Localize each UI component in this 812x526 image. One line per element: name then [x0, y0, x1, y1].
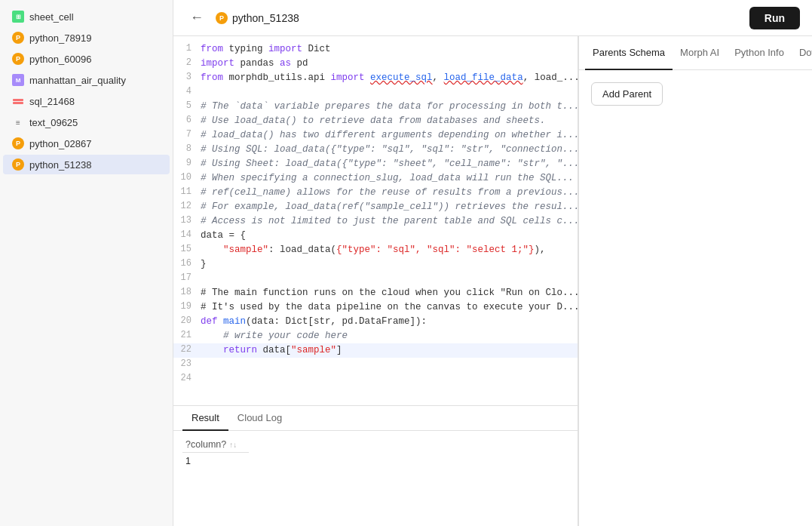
keyword: import — [331, 72, 365, 83]
line-number: 7 — [173, 128, 201, 140]
topbar: ← P python_51238 Run — [173, 0, 812, 36]
sidebar-item-text_09625[interactable]: ≡ text_09625 — [3, 112, 170, 132]
result-pane: ResultCloud Log ?column?↑↓ 1 — [173, 405, 578, 526]
sidebar-item-label: python_51238 — [29, 159, 91, 171]
comment: # Use load_data() to retrieve data from … — [201, 115, 546, 126]
line-content: # Using SQL: load_data({"type": "sql", "… — [201, 143, 578, 157]
line-content: # The main function runs on the cloud wh… — [201, 286, 578, 300]
result-tab-cloud-log[interactable]: Cloud Log — [228, 406, 291, 431]
table-cell: 1 — [182, 453, 249, 470]
sidebar-icon-sheet: ⊞ — [12, 11, 24, 23]
sidebar-item-python_51238[interactable]: P python_51238 — [3, 155, 170, 174]
sidebar-item-python_02867[interactable]: P python_02867 — [3, 134, 170, 153]
function-ref: load_file_data — [444, 72, 523, 83]
line-content: } — [201, 257, 578, 272]
result-content: ?column?↑↓ 1 — [173, 431, 578, 526]
sidebar-item-label: sheet_cell — [29, 11, 74, 23]
function-name: main — [223, 316, 246, 327]
function-ref: execute_sql — [370, 72, 433, 83]
right-tab-python-info[interactable]: Python Info — [727, 36, 792, 70]
sidebar-item-sql_21468[interactable]: sql_21468 — [3, 91, 170, 111]
code-line-13: 13# Access is not limited to just the pa… — [173, 214, 578, 229]
sidebar: ⊞ sheet_cell P python_78919 P python_600… — [0, 0, 173, 526]
comment: # When specifying a connection_slug, loa… — [201, 173, 574, 183]
line-number: 20 — [173, 315, 201, 326]
line-number: 12 — [173, 200, 201, 211]
string: "sample" — [223, 245, 268, 255]
main-area: ← P python_51238 Run 1from typing import… — [173, 0, 812, 526]
line-number: 18 — [173, 286, 201, 297]
code-line-6: 6# Use load_data() to retrieve data from… — [173, 114, 578, 128]
line-number: 13 — [173, 214, 201, 226]
keyword: from — [201, 72, 223, 83]
line-content: from morphdb_utils.api import execute_sq… — [201, 71, 578, 85]
sidebar-icon-text: ≡ — [12, 116, 24, 128]
text-icon: ≡ — [12, 116, 24, 128]
line-number: 21 — [173, 329, 201, 340]
code-line-16: 16} — [173, 257, 578, 272]
sidebar-icon-python: P — [12, 53, 24, 65]
comment: # load_data() has two different argument… — [201, 130, 578, 140]
comment: # The `data` variable prepares the data … — [201, 101, 578, 112]
code-line-20: 20def main(data: Dict[str, pd.DataFrame]… — [173, 315, 578, 329]
keyword: from — [201, 44, 223, 54]
line-number: 17 — [173, 272, 201, 283]
line-number: 22 — [173, 343, 201, 355]
right-tab-morph-ai[interactable]: Morph AI — [673, 36, 727, 70]
back-button[interactable]: ← — [185, 8, 208, 27]
code-line-19: 19# It's used by the data pipeline on th… — [173, 300, 578, 315]
result-tabs: ResultCloud Log — [173, 406, 578, 431]
sidebar-icon-mh: M — [12, 74, 24, 86]
line-content: # When specifying a connection_slug, loa… — [201, 171, 578, 186]
sidebar-item-label: sql_21468 — [29, 96, 75, 107]
code-line-14: 14data = { — [173, 229, 578, 243]
code-line-24: 24 — [173, 372, 578, 386]
sidebar-item-sheet_cell[interactable]: ⊞ sheet_cell — [3, 7, 170, 26]
line-number: 3 — [173, 71, 201, 82]
sheet-icon: ⊞ — [12, 11, 24, 23]
keyword: as — [280, 58, 291, 69]
sidebar-item-python_78919[interactable]: P python_78919 — [3, 28, 170, 48]
line-content: # load_data() has two different argument… — [201, 128, 578, 143]
line-content: # Access is not limited to just the pare… — [201, 214, 578, 229]
string: "sample" — [291, 345, 336, 355]
right-tab-parents-schema[interactable]: Parents Schema — [585, 36, 673, 70]
line-content: "sample": load_data({"type": "sql", "sql… — [201, 243, 573, 257]
sidebar-icon-db — [12, 95, 24, 107]
python-icon: P — [12, 53, 24, 65]
sidebar-item-manhattan_air_quality[interactable]: M manhattan_air_quality — [3, 70, 170, 90]
add-parent-button[interactable]: Add Parent — [591, 82, 663, 106]
editor-pane: 1from typing import Dict2import pandas a… — [173, 36, 578, 526]
line-content: return data["sample"] — [201, 343, 578, 358]
code-editor[interactable]: 1from typing import Dict2import pandas a… — [173, 36, 578, 405]
sidebar-item-label: python_02867 — [29, 138, 91, 149]
comment: # Using Sheet: load_data({"type": "sheet… — [201, 158, 578, 169]
line-content: # Use load_data() to retrieve data from … — [201, 114, 578, 128]
line-content: from typing import Dict — [201, 42, 578, 57]
code-line-1: 1from typing import Dict — [173, 42, 578, 57]
line-number: 8 — [173, 143, 201, 154]
result-tab-result[interactable]: Result — [182, 406, 228, 431]
sort-icon[interactable]: ↑↓ — [229, 441, 237, 449]
line-content: # Using Sheet: load_data({"type": "sheet… — [201, 157, 578, 171]
code-line-12: 12# For example, load_data(ref("sample_c… — [173, 200, 578, 214]
code-line-15: 15 "sample": load_data({"type": "sql", "… — [173, 243, 578, 257]
python-icon: P — [216, 12, 228, 24]
line-content: def main(data: Dict[str, pd.DataFrame]): — [201, 315, 578, 329]
run-button[interactable]: Run — [749, 7, 800, 29]
cell-name-label: python_51238 — [232, 12, 299, 24]
line-number: 16 — [173, 257, 201, 269]
sidebar-icon-python: P — [12, 158, 24, 171]
right-panel: Parents SchemaMorph AIPython InfoDownloa… — [578, 36, 812, 526]
sidebar-item-python_60096[interactable]: P python_60096 — [3, 49, 170, 69]
code-line-4: 4 — [173, 85, 578, 100]
python-icon: P — [12, 158, 24, 171]
keyword: return — [223, 345, 257, 355]
table-row: 1 — [182, 453, 249, 470]
right-tab-download[interactable]: Download — [792, 36, 812, 70]
line-number: 9 — [173, 157, 201, 168]
code-line-23: 23 — [173, 358, 578, 372]
code-line-2: 2import pandas as pd — [173, 57, 578, 71]
line-content: import pandas as pd — [201, 57, 578, 71]
code-line-22: 22 return data["sample"] — [173, 343, 578, 358]
